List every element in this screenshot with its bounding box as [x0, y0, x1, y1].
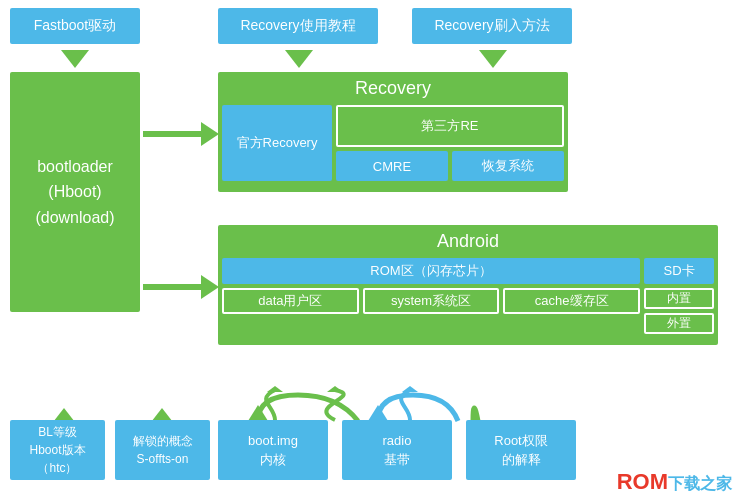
fastboot-label: Fastboot驱动 [34, 17, 116, 35]
arrow-line [143, 131, 201, 137]
unlock-box: 解锁的概念 S-offts-on [115, 420, 210, 480]
android-bottom: data用户区 system系统区 cache缓存区 内置 外置 [222, 288, 714, 334]
recovery-third: 第三方RE CMRE 恢复系统 [336, 105, 564, 181]
android-sd: SD卡 [644, 258, 714, 284]
arrow-down-fastboot [61, 50, 89, 68]
recovery-tutorial-label: Recovery使用教程 [240, 17, 355, 35]
recovery-cmre: CMRE [336, 151, 448, 181]
recovery-third-bottom: CMRE 恢复系统 [336, 151, 564, 181]
recovery-title: Recovery [218, 72, 568, 105]
bl-label: BL等级 Hboot版本 （htc） [29, 423, 85, 477]
root-label: Root权限 的解释 [494, 431, 547, 470]
android-external: 外置 [644, 313, 714, 334]
logo-site: 下载之家 [668, 474, 732, 495]
bootloader-label: bootloader (Hboot) (download) [35, 154, 114, 231]
android-rom-row: ROM区（闪存芯片） SD卡 [222, 258, 714, 284]
android-cache: cache缓存区 [503, 288, 640, 314]
recovery-inner: 官方Recovery 第三方RE CMRE 恢复系统 [222, 105, 564, 181]
logo-rom: ROM [617, 469, 668, 495]
android-system: system系统区 [363, 288, 500, 314]
arrow-head2 [201, 275, 219, 299]
root-box: Root权限 的解释 [466, 420, 576, 480]
arrow-down-tutorial [285, 50, 313, 68]
fastboot-box: Fastboot驱动 [10, 8, 140, 44]
recovery-restore: 恢复系统 [452, 151, 564, 181]
unlock-label: 解锁的概念 S-offts-on [133, 432, 193, 468]
android-sd-slots: 内置 外置 [644, 288, 714, 334]
android-inner: ROM区（闪存芯片） SD卡 data用户区 system系统区 cache缓存… [222, 258, 714, 334]
recovery-tutorial-box: Recovery使用教程 [218, 8, 378, 44]
bottom-arrows-svg [245, 386, 505, 422]
arrow-bootloader-recovery [143, 122, 219, 146]
bootimg-box: boot.img 内核 [218, 420, 328, 480]
android-section: Android ROM区（闪存芯片） SD卡 data用户区 system系统区… [218, 225, 718, 345]
android-storage: data用户区 system系统区 cache缓存区 [222, 288, 640, 334]
arrow-head [201, 122, 219, 146]
bootloader-box: bootloader (Hboot) (download) [10, 72, 140, 312]
arrow-bootloader-android [143, 275, 219, 299]
android-title: Android [218, 225, 718, 258]
android-internal: 内置 [644, 288, 714, 309]
arrow-down-flash [479, 50, 507, 68]
recovery-official: 官方Recovery [222, 105, 332, 181]
diagram: Fastboot驱动 Recovery使用教程 Recovery刷入方法 boo… [0, 0, 742, 503]
svg-marker-3 [327, 386, 343, 392]
arrow-line2 [143, 284, 201, 290]
android-data: data用户区 [222, 288, 359, 314]
radio-box: radio 基带 [342, 420, 452, 480]
recovery-third-title: 第三方RE [336, 105, 564, 147]
bootimg-label: boot.img 内核 [248, 431, 298, 470]
radio-label: radio 基带 [383, 431, 412, 470]
recovery-section: Recovery 官方Recovery 第三方RE CMRE 恢复系统 [218, 72, 568, 192]
recovery-flash-label: Recovery刷入方法 [434, 17, 549, 35]
logo: ROM 下载之家 [617, 469, 732, 495]
svg-marker-4 [402, 386, 418, 392]
android-rom: ROM区（闪存芯片） [222, 258, 640, 284]
recovery-flash-box: Recovery刷入方法 [412, 8, 572, 44]
bl-box: BL等级 Hboot版本 （htc） [10, 420, 105, 480]
svg-marker-2 [267, 386, 283, 392]
